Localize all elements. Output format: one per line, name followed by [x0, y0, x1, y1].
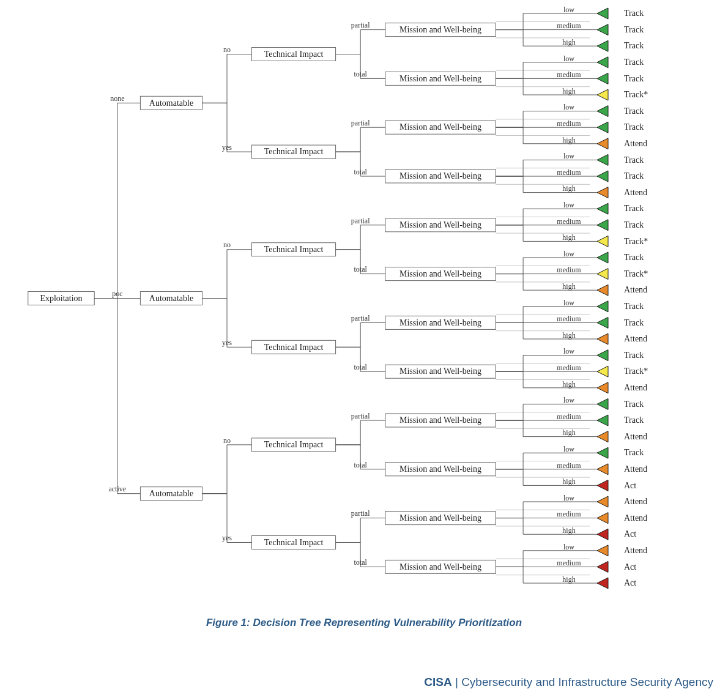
outcome-icon — [597, 350, 608, 361]
footer-org: CISA — [424, 676, 451, 688]
outcome-label: Track — [624, 220, 644, 229]
automatable-node-2-label: Automatable — [149, 489, 193, 498]
ti-edge-partial: partial — [351, 21, 370, 29]
outcome-label: Attend — [624, 432, 647, 441]
mw-edge-label: medium — [557, 559, 581, 567]
mw-edge-label: medium — [557, 412, 581, 421]
outcome-icon — [597, 480, 608, 491]
ti-edge-total: total — [354, 265, 368, 274]
mw-edge-label: low — [563, 54, 574, 63]
ti-edge-partial: partial — [351, 217, 370, 225]
outcome-label: Act — [624, 529, 636, 538]
outcome-icon — [597, 301, 608, 312]
outcome-icon — [597, 187, 608, 198]
mission-node-2-label: Mission and Well-being — [399, 122, 481, 132]
outcome-label: Attend — [624, 513, 647, 523]
outcome-icon — [597, 203, 608, 214]
outcome-label: Attend — [624, 497, 647, 506]
outcome-label: Attend — [624, 188, 647, 197]
outcome-icon — [597, 24, 608, 35]
outcome-label: Track — [624, 253, 644, 262]
automatable-node-0-label: Automatable — [149, 99, 193, 108]
mw-edge-label: low — [563, 152, 574, 160]
outcome-label: Act — [624, 578, 636, 587]
outcome-icon — [597, 171, 608, 182]
mw-edge-label: high — [562, 282, 575, 291]
auto-edge-no: no — [223, 436, 231, 445]
ti-edge-total: total — [354, 363, 368, 371]
outcome-icon — [597, 366, 608, 377]
ti-edge-total: total — [354, 461, 368, 469]
automatable-node-1-label: Automatable — [149, 294, 193, 303]
mw-edge-label: low — [563, 250, 574, 258]
technical-impact-node-3-label: Technical Impact — [264, 343, 324, 352]
outcome-label: Track* — [624, 237, 648, 246]
outcome-label: Track* — [624, 269, 648, 278]
mission-node-4-label: Mission and Well-being — [399, 220, 481, 229]
mw-edge-label: low — [563, 347, 574, 356]
outcome-icon — [597, 40, 608, 51]
outcome-label: Track — [624, 155, 644, 165]
outcome-label: Track — [624, 448, 644, 457]
outcome-icon — [597, 513, 608, 524]
outcome-icon — [597, 269, 608, 280]
mw-edge-label: high — [562, 428, 575, 437]
outcome-icon — [597, 154, 608, 165]
ti-edge-partial: partial — [351, 412, 370, 420]
outcome-icon — [597, 333, 608, 344]
figure-caption: Figure 1: Decision Tree Representing Vul… — [0, 617, 728, 629]
outcome-label: Track — [624, 106, 644, 116]
root-edge-0: none — [110, 94, 124, 103]
outcome-label: Track* — [624, 367, 648, 376]
outcome-label: Attend — [624, 334, 647, 343]
mw-edge-label: high — [562, 477, 575, 486]
mw-edge-label: medium — [557, 70, 581, 79]
outcome-label: Track — [624, 400, 644, 409]
decision-tree: Mission and Well-beinglowmediumhighMissi… — [0, 0, 728, 612]
mw-edge-label: high — [562, 380, 575, 389]
technical-impact-node-0-label: Technical Impact — [264, 50, 324, 59]
outcome-icon — [597, 464, 608, 475]
mw-edge-label: low — [563, 299, 574, 307]
footer-attribution: CISA | Cybersecurity and Infrastructure … — [424, 676, 713, 689]
mw-edge-label: high — [562, 136, 575, 144]
auto-edge-yes: yes — [222, 143, 232, 152]
mw-edge-label: medium — [557, 21, 581, 30]
mission-node-10-label: Mission and Well-being — [399, 513, 481, 523]
outcome-icon — [597, 8, 608, 19]
outcome-label: Track — [624, 204, 644, 213]
mission-node-9-label: Mission and Well-being — [399, 464, 481, 474]
mw-edge-label: high — [562, 331, 575, 340]
mission-node-8-label: Mission and Well-being — [399, 415, 481, 425]
mw-edge-label: high — [562, 38, 575, 47]
technical-impact-node-4-label: Technical Impact — [264, 440, 324, 449]
mission-node-1-label: Mission and Well-being — [399, 74, 481, 83]
ti-edge-total: total — [354, 558, 368, 567]
outcome-label: Track — [624, 122, 644, 132]
outcome-label: Act — [624, 562, 636, 572]
footer-full: Cybersecurity and Infrastructure Securit… — [461, 676, 713, 688]
outcome-label: Track* — [624, 90, 648, 99]
outcome-label: Act — [624, 481, 636, 490]
outcome-icon — [597, 317, 608, 328]
mw-edge-label: medium — [557, 315, 581, 323]
mission-node-3-label: Mission and Well-being — [399, 171, 481, 181]
mw-edge-label: medium — [557, 119, 581, 128]
outcome-label: Attend — [624, 464, 647, 474]
outcome-label: Attend — [624, 383, 647, 392]
outcome-label: Attend — [624, 285, 647, 294]
auto-edge-no: no — [223, 240, 231, 249]
technical-impact-node-5-label: Technical Impact — [264, 538, 324, 547]
mw-edge-label: high — [562, 184, 575, 193]
ti-edge-partial: partial — [351, 314, 370, 322]
mw-edge-label: medium — [557, 217, 581, 226]
outcome-icon — [597, 57, 608, 68]
mw-edge-label: low — [563, 6, 574, 14]
outcome-icon — [597, 415, 608, 426]
auto-edge-yes: yes — [222, 534, 232, 542]
auto-edge-no: no — [223, 45, 231, 54]
outcome-icon — [597, 529, 608, 540]
outcome-icon — [597, 89, 608, 100]
mw-edge-label: high — [562, 233, 575, 242]
outcome-label: Track — [624, 9, 644, 18]
